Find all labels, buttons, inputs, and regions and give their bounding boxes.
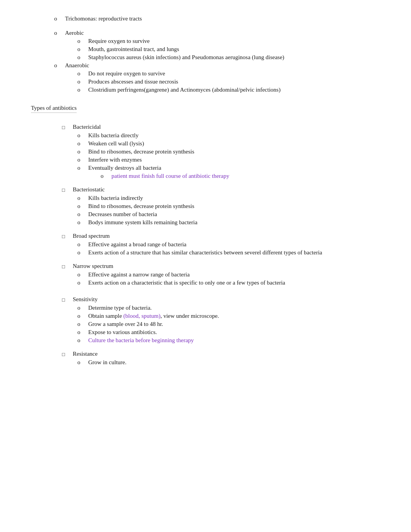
list-item: o Bind to ribosomes, decrease protein sy… xyxy=(31,148,379,155)
item-text: Exerts action on a characteristic that i… xyxy=(88,280,379,286)
link-text: Culture the bacteria before beginning th… xyxy=(88,337,379,344)
item-text: Determine type of bacteria. xyxy=(88,305,379,311)
bullet: o xyxy=(77,157,88,163)
item-text: Effective against a narrow range of bact… xyxy=(88,271,379,278)
item-text: Clostridium perfringens(gangrene) and Ac… xyxy=(88,87,379,93)
bullet: o xyxy=(77,321,88,327)
section-header: Types of antibiotics xyxy=(31,105,77,113)
sq-bullet: □ xyxy=(62,124,73,131)
item-text: Staphylococcus aureus (skin infections) … xyxy=(88,54,379,61)
item-text: Require oxygen to survive xyxy=(88,38,379,44)
item-text: Exerts action of a structure that has si… xyxy=(88,249,379,256)
content-area: o Trichomonas: reproductive tracts o Aer… xyxy=(31,15,379,366)
bullet: o xyxy=(77,78,88,85)
list-item: o Determine type of bacteria. xyxy=(31,305,379,311)
list-item: o Trichomonas: reproductive tracts xyxy=(31,15,379,22)
bullet: o xyxy=(77,148,88,155)
sq-list-item: □ Resistance xyxy=(31,351,379,358)
item-text: Effective against a broad range of bacte… xyxy=(88,241,379,248)
item-text: Weaken cell wall (lysis) xyxy=(88,140,379,147)
bullet: o xyxy=(77,241,88,248)
item-text: Kills bacteria indirectly xyxy=(88,195,379,201)
bullet: o xyxy=(101,173,111,179)
list-item: o Kills bacteria directly xyxy=(31,132,379,139)
bullet: o xyxy=(77,38,88,44)
bullet: o xyxy=(77,87,88,93)
bullet: o xyxy=(77,132,88,139)
list-item: o Exerts action on a characteristic that… xyxy=(31,280,379,286)
list-item: o Aerobic xyxy=(31,30,379,36)
bullet: o xyxy=(77,280,88,286)
list-item: o Exerts action of a structure that has … xyxy=(31,249,379,256)
item-text: Sensitivity xyxy=(73,296,379,303)
bullet: o xyxy=(77,271,88,278)
bullet: o xyxy=(77,195,88,201)
list-item: o Grow in culture. xyxy=(31,359,379,366)
bullet: o xyxy=(54,62,65,69)
item-text: Do not require oxygen to survive xyxy=(88,70,379,77)
list-item: o Anaerobic xyxy=(31,62,379,69)
list-item: o Obtain sample (blood, sputum), view un… xyxy=(31,313,379,319)
sq-list-item: □ Sensitivity xyxy=(31,296,379,303)
bullet: o xyxy=(77,203,88,210)
item-text: Interfere with enzymes xyxy=(88,157,379,163)
list-item: o Interfere with enzymes xyxy=(31,157,379,163)
sq-bullet: □ xyxy=(62,187,73,193)
sq-bullet: □ xyxy=(62,297,73,303)
bullet: o xyxy=(77,211,88,218)
sq-bullet: □ xyxy=(62,351,73,358)
list-item: o patient must finish full course of ant… xyxy=(31,173,379,179)
item-text: Decreases number of bacteria xyxy=(88,211,379,218)
list-item: o Expose to various antibiotics. xyxy=(31,329,379,336)
bullet: o xyxy=(77,359,88,366)
link-text: patient must finish full course of antib… xyxy=(111,173,379,179)
list-item: o Produces abscesses and tissue necrosis xyxy=(31,78,379,85)
sq-list-item: □ Broad spectrum xyxy=(31,233,379,240)
list-item: o Mouth, gastrointestinal tract, and lun… xyxy=(31,46,379,53)
sq-list-item: □ Bacteriostatic xyxy=(31,186,379,193)
bullet: o xyxy=(77,165,88,171)
list-item: o Effective against a broad range of bac… xyxy=(31,241,379,248)
item-text: Obtain sample (blood, sputum), view unde… xyxy=(88,313,379,319)
bullet: o xyxy=(54,15,65,22)
list-item: o Culture the bacteria before beginning … xyxy=(31,337,379,344)
sq-list-item: □ Narrow spectrum xyxy=(31,263,379,270)
item-text: Narrow spectrum xyxy=(73,263,379,269)
list-item: o Staphylococcus aureus (skin infections… xyxy=(31,54,379,61)
bullet: o xyxy=(77,219,88,226)
item-text: Mouth, gastrointestinal tract, and lungs xyxy=(88,46,379,53)
bullet: o xyxy=(77,305,88,311)
list-item: o Kills bacteria indirectly xyxy=(31,195,379,201)
bullet: o xyxy=(77,140,88,147)
bullet: o xyxy=(77,46,88,53)
sq-bullet: □ xyxy=(62,234,73,240)
sq-bullet: □ xyxy=(62,264,73,270)
bullet: o xyxy=(77,70,88,77)
item-text: Anaerobic xyxy=(65,62,379,69)
list-item: o Bind to ribosomes, decrease protein sy… xyxy=(31,203,379,210)
item-text: Expose to various antibiotics. xyxy=(88,329,379,336)
item-text: Eventually destroys all bacteria xyxy=(88,165,379,171)
bullet: o xyxy=(77,313,88,319)
item-text: Aerobic xyxy=(65,30,379,36)
item-text: Trichomonas: reproductive tracts xyxy=(65,15,379,22)
item-text: Resistance xyxy=(73,351,379,357)
list-item: o Do not require oxygen to survive xyxy=(31,70,379,77)
list-item: o Eventually destroys all bacteria xyxy=(31,165,379,171)
item-text: Bodys immune system kills remaining bact… xyxy=(88,219,379,226)
item-text: Bind to ribosomes, decrease protein synt… xyxy=(88,203,379,210)
bullet: o xyxy=(77,329,88,336)
item-text: Bacteriostatic xyxy=(73,186,379,193)
item-text: Grow in culture. xyxy=(88,359,379,366)
bullet: o xyxy=(77,249,88,256)
item-text: Produces abscesses and tissue necrosis xyxy=(88,78,379,85)
item-text: Bind to ribosomes, decrease protein synt… xyxy=(88,148,379,155)
bullet: o xyxy=(77,54,88,61)
list-item: o Require oxygen to survive xyxy=(31,38,379,44)
sq-list-item: □ Bactericidal xyxy=(31,124,379,131)
list-item: o Effective against a narrow range of ba… xyxy=(31,271,379,278)
item-text: Broad spectrum xyxy=(73,233,379,239)
item-text: Kills bacteria directly xyxy=(88,132,379,139)
list-item: o Decreases number of bacteria xyxy=(31,211,379,218)
list-item: o Clostridium perfringens(gangrene) and … xyxy=(31,87,379,93)
